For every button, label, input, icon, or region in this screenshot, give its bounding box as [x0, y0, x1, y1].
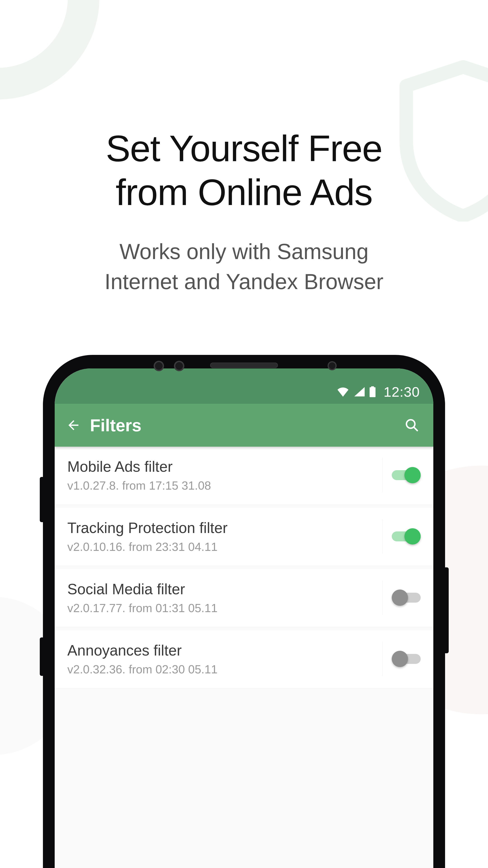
- filter-row-social[interactable]: Social Media filter v2.0.17.77. from 01:…: [55, 569, 433, 627]
- filter-list[interactable]: Mobile Ads filter v1.0.27.8. from 17:15 …: [55, 447, 433, 688]
- filter-subtitle: v2.0.10.16. from 23:31 04.11: [67, 540, 373, 554]
- app-bar: Filters: [55, 404, 433, 447]
- filter-title: Tracking Protection filter: [67, 519, 373, 536]
- promo-sub-line1: Works only with Samsung: [120, 239, 369, 264]
- status-bar: 12:30: [55, 368, 433, 404]
- filter-toggle[interactable]: [392, 651, 421, 667]
- phone-sensor: [328, 361, 337, 370]
- filter-toggle[interactable]: [392, 528, 421, 545]
- phone-side-button: [40, 638, 43, 676]
- phone-side-button: [445, 567, 449, 653]
- filter-subtitle: v2.0.17.77. from 01:31 05.11: [67, 601, 373, 615]
- toggle-knob: [404, 528, 421, 545]
- promo-headline: Set Yourself Free from Online Ads: [29, 127, 459, 214]
- promo-sub-line2: Internet and Yandex Browser: [105, 270, 384, 293]
- promo-headline-line2: from Online Ads: [116, 172, 372, 213]
- toggle-knob: [392, 590, 408, 606]
- filter-toggle[interactable]: [392, 590, 421, 606]
- filter-row-tracking[interactable]: Tracking Protection filter v2.0.10.16. f…: [55, 508, 433, 566]
- svg-line-3: [414, 427, 417, 431]
- promo-subheadline: Works only with Samsung Internet and Yan…: [41, 237, 447, 297]
- phone-speaker: [210, 363, 278, 368]
- filter-subtitle: v1.0.27.8. from 17:15 31.08: [67, 479, 373, 492]
- page-title: Filters: [90, 415, 141, 435]
- filter-title: Mobile Ads filter: [67, 458, 373, 475]
- promo-block: Set Yourself Free from Online Ads Works …: [0, 0, 488, 297]
- filter-text[interactable]: Annoyances filter v2.0.32.36. from 02:30…: [67, 642, 383, 676]
- battery-icon: [369, 386, 377, 397]
- svg-rect-1: [371, 386, 374, 388]
- toggle-knob: [392, 651, 408, 667]
- back-button[interactable]: [61, 413, 86, 438]
- svg-rect-0: [369, 387, 376, 397]
- wifi-icon: [337, 387, 349, 397]
- filter-row-annoyances[interactable]: Annoyances filter v2.0.32.36. from 02:30…: [55, 630, 433, 688]
- filter-text[interactable]: Social Media filter v2.0.17.77. from 01:…: [67, 581, 383, 615]
- phone-mockup: 12:30 Filters Mobile Ads filter v1.0.27.…: [43, 355, 445, 868]
- status-time: 12:30: [384, 384, 420, 400]
- filter-text[interactable]: Mobile Ads filter v1.0.27.8. from 17:15 …: [67, 458, 383, 492]
- phone-sensor: [154, 361, 164, 371]
- search-button[interactable]: [399, 413, 424, 438]
- filter-text[interactable]: Tracking Protection filter v2.0.10.16. f…: [67, 519, 383, 554]
- phone-sensor: [174, 361, 184, 371]
- promo-headline-line1: Set Yourself Free: [106, 128, 382, 169]
- toggle-knob: [404, 467, 421, 483]
- phone-screen: 12:30 Filters Mobile Ads filter v1.0.27.…: [55, 368, 433, 868]
- filter-toggle[interactable]: [392, 467, 421, 483]
- signal-icon: [353, 387, 365, 397]
- filter-title: Social Media filter: [67, 581, 373, 598]
- filter-row-mobile-ads[interactable]: Mobile Ads filter v1.0.27.8. from 17:15 …: [55, 447, 433, 505]
- phone-side-button: [40, 477, 43, 522]
- filter-subtitle: v2.0.32.36. from 02:30 05.11: [67, 662, 373, 676]
- filter-title: Annoyances filter: [67, 642, 373, 659]
